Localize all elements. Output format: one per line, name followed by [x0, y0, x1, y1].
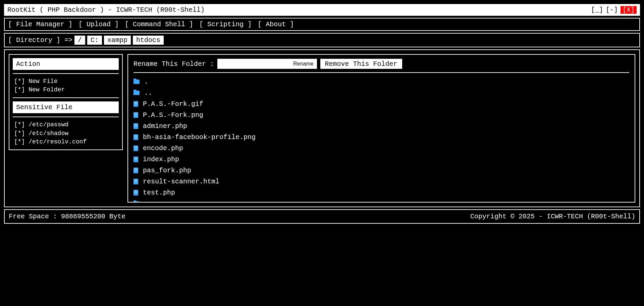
file-name: P.A.S.-Fork.gif	[143, 98, 203, 110]
app-title: RootKit ( PHP Backdoor ) - ICWR-TECH (R0…	[7, 6, 205, 14]
nav-scripting[interactable]: [ Scripting ]	[199, 20, 252, 28]
window-buttons: [_] [-] [X]	[591, 6, 637, 14]
sidebar-item-etc-resolv[interactable]: [*] /etc/resolv.conf	[14, 138, 117, 146]
path-seg-xampp[interactable]: xampp	[104, 36, 131, 45]
file-icon	[133, 145, 138, 151]
file-name: encode.php	[143, 143, 183, 154]
copyright-text: Copyright © 2025 - ICWR-TECH (R00t-Shell…	[470, 213, 635, 220]
path-seg-htdocs[interactable]: htdocs	[133, 36, 164, 45]
nav-file-manager[interactable]: [ File Manager ]	[8, 20, 72, 28]
folder-icon	[133, 91, 140, 95]
sidebar-action-list: [*] New File [*] New Folder	[13, 77, 119, 94]
file-row[interactable]: pas_fork.php	[133, 165, 629, 176]
nav-about[interactable]: [ About ]	[258, 20, 294, 28]
file-name: P.A.S.-Fork.png	[143, 110, 203, 121]
file-icon	[133, 179, 138, 184]
sidebar-item-etc-shadow[interactable]: [*] /etc/shadow	[14, 129, 117, 138]
file-row[interactable]: encode.php	[133, 143, 629, 154]
file-icon	[133, 123, 138, 129]
file-name: adminer.php	[143, 121, 187, 132]
file-list: ...P.A.S.-Fork.gifP.A.S.-Fork.pngadminer…	[133, 76, 629, 203]
divider	[13, 117, 119, 117]
sidebar: Action [*] New File [*] New Folder Sensi…	[9, 54, 123, 150]
sidebar-sensitive-list: [*] /etc/passwd [*] /etc/shadow [*] /etc…	[13, 121, 119, 146]
file-name: index.php	[143, 154, 179, 165]
path-bar: [ Directory ] => / C: xampp htdocs	[4, 33, 640, 47]
maximize-button[interactable]: [-]	[606, 6, 618, 14]
file-icon	[133, 190, 138, 195]
nav-command-shell[interactable]: [ Command Shell ]	[125, 20, 193, 28]
main-area: Action [*] New File [*] New Folder Sensi…	[4, 49, 640, 207]
folder-icon	[133, 80, 140, 84]
directory-label: [ Directory ] =>	[8, 36, 72, 44]
nav-upload[interactable]: [ Upload ]	[78, 20, 119, 28]
file-name: test.php	[143, 187, 175, 198]
minimize-button[interactable]: [_]	[591, 6, 603, 14]
divider	[13, 97, 119, 98]
file-name: result-scanner.html	[143, 176, 219, 187]
divider	[13, 73, 119, 74]
file-row[interactable]: test.php	[133, 187, 629, 198]
free-space-text: Free Space : 98869555200 Byte	[9, 213, 125, 220]
file-name: .	[144, 76, 148, 87]
sidebar-item-new-file[interactable]: [*] New File	[14, 77, 117, 86]
sidebar-sensitive-head: Sensitive File	[13, 101, 119, 113]
file-name: bh-asia-facebook-profile.png	[143, 132, 256, 143]
folder-actions-row: Rename This Folder : Rename Remove This …	[133, 59, 629, 69]
file-row[interactable]: bh-asia-facebook-profile.png	[133, 132, 629, 143]
footer-bar: Free Space : 98869555200 Byte Copyright …	[4, 209, 640, 224]
folder-row[interactable]: xampp	[133, 198, 629, 203]
folder-row[interactable]: .	[133, 76, 629, 87]
file-icon	[133, 168, 138, 173]
nav-bar: [ File Manager ] [ Upload ] [ Command Sh…	[4, 18, 640, 31]
file-row[interactable]: adminer.php	[133, 121, 629, 132]
rename-label: Rename This Folder :	[133, 60, 214, 68]
file-row[interactable]: P.A.S.-Fork.gif	[133, 98, 629, 110]
content-panel: Rename This Folder : Rename Remove This …	[127, 54, 635, 203]
file-icon	[133, 134, 138, 140]
file-name: xampp	[144, 198, 164, 203]
close-button[interactable]: [X]	[621, 6, 637, 14]
sidebar-item-etc-passwd[interactable]: [*] /etc/passwd	[14, 121, 117, 129]
sidebar-action-head: Action	[13, 58, 119, 70]
folder-row[interactable]: ..	[133, 87, 629, 98]
title-bar: RootKit ( PHP Backdoor ) - ICWR-TECH (R0…	[4, 4, 640, 16]
file-row[interactable]: result-scanner.html	[133, 176, 629, 187]
file-name: pas_fork.php	[143, 165, 191, 176]
file-icon	[133, 157, 138, 162]
path-seg-c[interactable]: C:	[87, 36, 102, 45]
folder-icon	[133, 202, 140, 203]
file-icon	[133, 101, 138, 107]
path-seg-root[interactable]: /	[74, 36, 85, 45]
file-icon	[133, 112, 138, 118]
sidebar-item-new-folder[interactable]: [*] New Folder	[14, 86, 117, 94]
rename-input[interactable]	[217, 59, 291, 69]
file-row[interactable]: P.A.S.-Fork.png	[133, 110, 629, 121]
file-name: ..	[144, 87, 152, 98]
remove-folder-button[interactable]: Remove This Folder	[320, 59, 402, 69]
rename-button[interactable]: Rename	[290, 59, 317, 69]
divider	[133, 72, 629, 73]
file-row[interactable]: index.php	[133, 154, 629, 165]
